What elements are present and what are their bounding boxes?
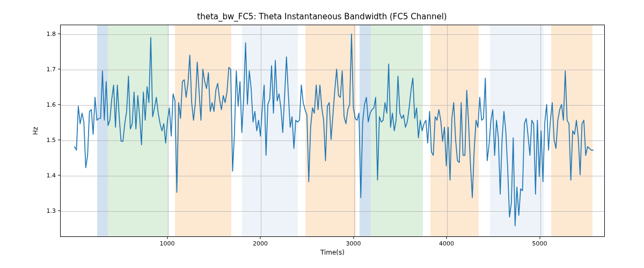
ytick-label: 1.5 [47, 136, 61, 143]
xtick-label: 4000 [439, 237, 454, 247]
ytick-label: 1.3 [47, 207, 61, 214]
xtick-label: 1000 [160, 237, 175, 247]
xtick-label: 2000 [253, 237, 268, 247]
plot-area [60, 25, 605, 237]
ytick-label: 1.8 [47, 30, 61, 37]
x-axis-label: Time(s) [60, 249, 605, 256]
ytick-label: 1.6 [47, 101, 61, 108]
line-series [61, 25, 604, 236]
chart-title: theta_bw_FC5: Theta Instantaneous Bandwi… [0, 12, 644, 21]
ytick-label: 1.7 [47, 65, 61, 72]
line-path [75, 34, 593, 226]
y-axis-label: Hz [32, 126, 39, 135]
ytick-label: 1.4 [47, 172, 61, 178]
xtick-label: 3000 [346, 237, 361, 247]
axes: Hz Time(s) 1.31.41.51.61.71.810002000300… [60, 25, 605, 237]
xtick-label: 5000 [532, 237, 547, 247]
figure: theta_bw_FC5: Theta Instantaneous Bandwi… [0, 0, 644, 268]
